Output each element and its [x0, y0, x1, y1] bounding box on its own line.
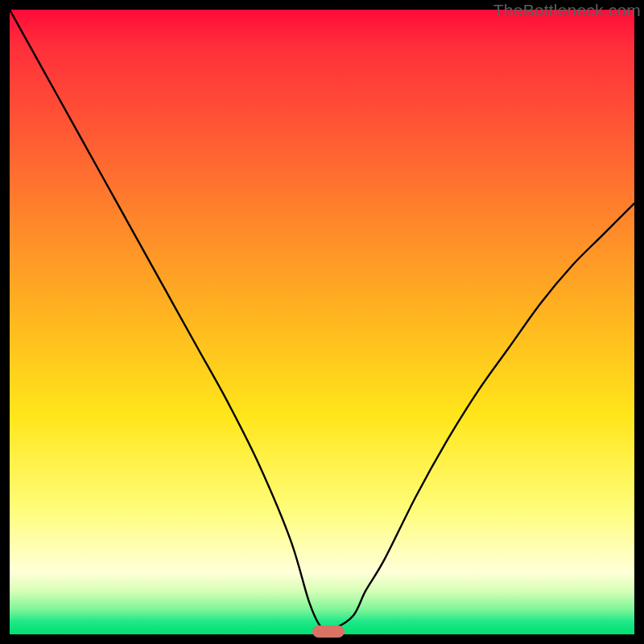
bottleneck-curve	[10, 10, 634, 634]
plot-area	[10, 10, 634, 634]
watermark-text: TheBottleneck.com	[493, 1, 641, 20]
chart-frame: TheBottleneck.com	[0, 0, 644, 644]
optimal-marker	[312, 625, 345, 638]
